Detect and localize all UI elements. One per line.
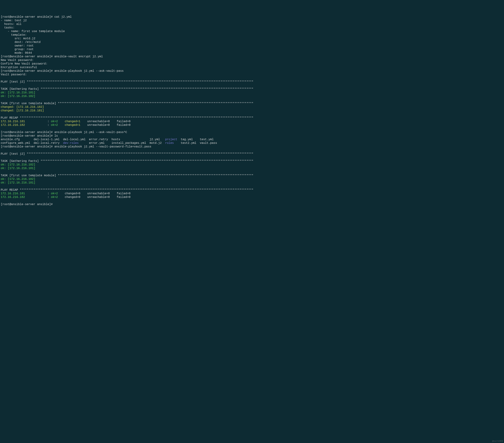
- terminal-line: 172.16.216.182 : ok=2 changed=1 unreacha…: [1, 123, 504, 127]
- terminal-text: PLAY [test j2] *************************…: [1, 80, 253, 83]
- terminal-line: ok: [172.16.216.182]: [1, 163, 504, 167]
- terminal-text: roles: [165, 142, 174, 145]
- terminal-text: [root@ansible-server ansible]# ls: [1, 134, 58, 138]
- terminal-text: project: [165, 138, 177, 141]
- terminal-text: src: motd.j2: [1, 37, 35, 40]
- terminal-line: Vault password:: [1, 73, 504, 76]
- terminal-line: mode: 0644: [1, 51, 504, 55]
- terminal-text: tag.yml test.yml: [177, 138, 214, 141]
- terminal-text: ok=2: [51, 192, 63, 195]
- terminal-line: 172.16.216.181 : ok=2 changed=0 unreacha…: [1, 192, 504, 195]
- terminal-text: TASK [first use template module] *******…: [1, 174, 253, 177]
- terminal-text: hosts: all: [1, 22, 21, 26]
- terminal-line: [root@ansible-server ansible]# ansible-p…: [1, 69, 504, 73]
- terminal-line: New Vault password:: [1, 58, 504, 62]
- terminal-text: TASK [Gathering Facts] *****************…: [1, 88, 253, 91]
- terminal-text: [root@ansible-server ansible]# ansible-v…: [1, 55, 103, 58]
- terminal-text: changed: [172.16.216.182]: [1, 106, 44, 109]
- terminal-text: ok: [172.16.216.182]: [1, 177, 35, 181]
- terminal-text: group: root: [1, 48, 34, 51]
- terminal-line: PLAY [test j2] *************************…: [1, 152, 504, 156]
- terminal-text: changed: [172.16.216.181]: [1, 109, 44, 112]
- terminal-line: ok: [172.16.216.181]: [1, 181, 504, 185]
- terminal-text: [63, 120, 65, 123]
- terminal-line: [root@ansible-server ansible]# ansible-p…: [1, 130, 504, 134]
- terminal-line: [root@ansible-server ansible]# ansible-p…: [1, 145, 504, 148]
- terminal-line: ok: [172.16.216.182]: [1, 177, 504, 181]
- terminal-text: ansible.cfg del-local-1.yml del-local.ym…: [1, 138, 165, 141]
- terminal-line: [root@ansible-server ansible]# ls: [1, 134, 504, 138]
- terminal-text: :: [25, 124, 51, 127]
- terminal-line: dest: /etc/motd: [1, 40, 504, 44]
- terminal-text: PLAY [test j2] *************************…: [1, 152, 253, 156]
- terminal-line: TASK [Gathering Facts] *****************…: [1, 87, 504, 91]
- terminal-text: unreachable=0 failed=0: [86, 120, 136, 123]
- terminal-text: [root@ansible-server ansible]# ansible-p…: [1, 131, 127, 134]
- terminal-text: mode: 0644: [1, 51, 32, 55]
- terminal-text: ok: [172.16.216.182]: [1, 163, 35, 166]
- terminal-line: template:: [1, 33, 504, 37]
- terminal-text: ok: [172.16.216.182]: [1, 95, 35, 98]
- terminal-text: [root@ansible-server ansible]# ansible-p…: [1, 69, 124, 73]
- terminal-text: ok=2: [51, 195, 63, 199]
- terminal-text: changed=1: [65, 120, 86, 123]
- terminal-text: [63, 124, 65, 127]
- terminal-line: [1, 199, 504, 203]
- terminal-text: error.yml install_packages.yml motd.j2: [79, 142, 165, 145]
- terminal-line: [root@ansible-server ansible]# cat j2.ym…: [1, 15, 504, 19]
- terminal-text: TASK [Gathering Facts] *****************…: [1, 159, 253, 163]
- terminal-text: [root@ansible-server ansible]# cat j2.ym…: [1, 15, 72, 18]
- terminal-line: tasks:: [1, 26, 504, 30]
- terminal-line: 172.16.216.181 : ok=2 changed=1 unreacha…: [1, 120, 504, 123]
- terminal-output[interactable]: [root@ansible-server ansible]# cat j2.ym…: [1, 15, 504, 206]
- terminal-text: - name: test j2: [1, 19, 27, 22]
- terminal-line: group: root: [1, 48, 504, 51]
- terminal-line: - name: test j2: [1, 19, 504, 22]
- terminal-text: 172.16.216.181: [1, 120, 25, 123]
- terminal-text: New Vault password:: [1, 59, 35, 62]
- terminal-line: [1, 170, 504, 174]
- terminal-text: ok: [172.16.216.181]: [1, 91, 35, 94]
- terminal-line: 172.16.216.182 : ok=2 changed=0 unreacha…: [1, 195, 504, 199]
- terminal-line: [1, 156, 504, 159]
- terminal-line: Encryption successful: [1, 66, 504, 69]
- terminal-text: template:: [1, 33, 27, 36]
- terminal-text: [root@ansible-server ansible]# ansible-p…: [1, 145, 151, 148]
- terminal-line: [1, 112, 504, 116]
- terminal-line: hosts: all: [1, 22, 504, 26]
- terminal-line: [1, 76, 504, 80]
- terminal-text: dest: /etc/motd: [1, 40, 40, 44]
- terminal-line: changed: [172.16.216.181]: [1, 109, 504, 112]
- terminal-text: changed=0 unreachable=0 failed=0: [63, 192, 136, 195]
- terminal-text: - name: first use template module: [1, 30, 65, 33]
- terminal-text: ok=2: [51, 120, 63, 123]
- terminal-text: ok: [172.16.216.181]: [1, 167, 35, 170]
- terminal-line: [root@ansible-server ansible]# ansible-v…: [1, 55, 504, 58]
- terminal-line: ok: [172.16.216.182]: [1, 94, 504, 98]
- terminal-text: 172.16.216.181: [1, 192, 25, 195]
- terminal-text: PLAY RECAP *****************************…: [1, 116, 253, 120]
- terminal-text: [root@ansible-server ansible]#: [1, 203, 54, 206]
- terminal-text: test2.yml vault.pass: [174, 142, 217, 145]
- terminal-text: ok=2: [51, 124, 63, 127]
- terminal-line: ok: [172.16.216.181]: [1, 91, 504, 94]
- terminal-text: configure_web.yml del-local.retry: [1, 142, 63, 145]
- terminal-text: :: [25, 192, 51, 195]
- terminal-text: Confirm New Vault password:: [1, 62, 49, 65]
- terminal-line: PLAY [test j2] *************************…: [1, 80, 504, 84]
- terminal-text: TASK [first use template module] *******…: [1, 102, 253, 105]
- terminal-text: ok: [172.16.216.181]: [1, 181, 35, 184]
- terminal-line: PLAY RECAP *****************************…: [1, 116, 504, 120]
- terminal-line: [1, 148, 504, 152]
- terminal-line: ok: [172.16.216.181]: [1, 167, 504, 170]
- terminal-text: :: [25, 120, 51, 123]
- terminal-text: unreachable=0 failed=0: [86, 124, 136, 127]
- terminal-line: - name: first use template module: [1, 30, 504, 33]
- terminal-line: Confirm New Vault password:: [1, 62, 504, 66]
- terminal-line: [1, 84, 504, 87]
- terminal-text: changed=1: [65, 124, 86, 127]
- terminal-text: 172.16.216.182: [1, 195, 25, 199]
- terminal-text: dev-roles: [63, 142, 79, 145]
- terminal-line: [1, 98, 504, 102]
- terminal-line: TASK [first use template module] *******…: [1, 174, 504, 177]
